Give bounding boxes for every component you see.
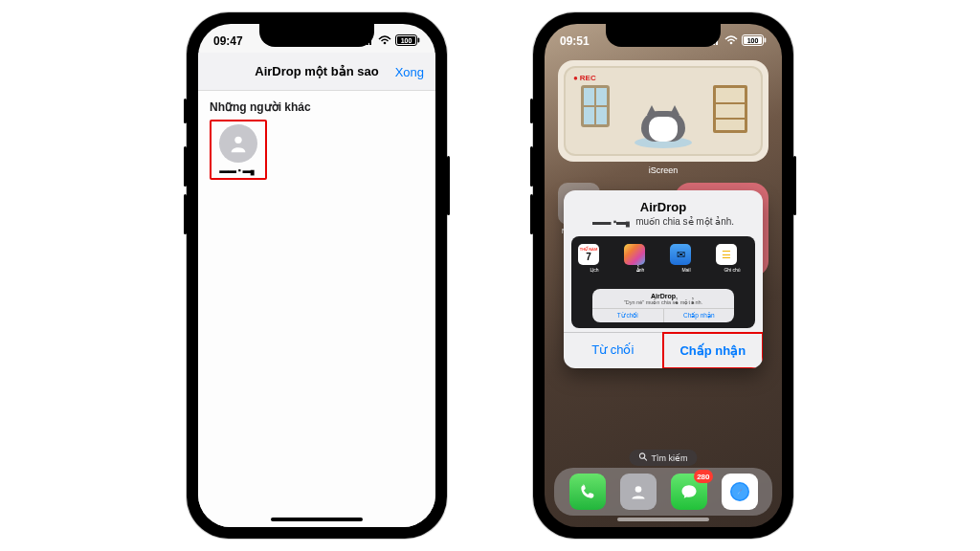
home-indicator[interactable] (617, 518, 709, 521)
search-icon (639, 452, 648, 463)
dock: 280 (554, 468, 772, 516)
wifi-icon (724, 34, 738, 48)
svg-line-20 (644, 458, 646, 460)
phone-left: 09:47 100 AirDrop một bản sao Xong Những… (187, 12, 447, 539)
iscreen-widget[interactable]: REC (558, 60, 768, 162)
airdrop-sheet-header: AirDrop một bản sao Xong (198, 53, 435, 91)
decline-button[interactable]: Từ chối (564, 333, 663, 368)
battery-icon: 100 (395, 34, 420, 49)
phone-right: 09:51 100 REC (533, 12, 793, 539)
svg-text:100: 100 (401, 36, 412, 43)
messages-app-icon[interactable]: 280 (671, 474, 707, 510)
search-label: Tìm kiếm (652, 453, 688, 463)
popup-message: ▬▬ ▪▬▖ muốn chia sẻ một ảnh. (575, 216, 751, 227)
status-time: 09:47 (213, 34, 243, 48)
airdrop-preview-screenshot: THỨ NĂM 7 Lịch Ảnh ✉︎ Mail ☰ (571, 236, 755, 328)
svg-rect-17 (765, 37, 767, 42)
svg-point-4 (384, 42, 387, 45)
battery-icon: 100 (742, 34, 767, 49)
spotlight-search-pill[interactable]: Tìm kiếm (630, 450, 698, 466)
safari-app-icon[interactable] (722, 474, 758, 510)
svg-point-9 (234, 137, 241, 143)
rec-indicator: REC (573, 74, 596, 82)
home-indicator[interactable] (271, 518, 363, 521)
section-other-people: Những người khác (210, 100, 424, 114)
sheet-title: AirDrop một bản sao (255, 64, 378, 78)
accept-button-highlighted[interactable]: Chấp nhận (662, 332, 764, 368)
status-time: 09:51 (560, 34, 590, 48)
widget-caption: iScreen (545, 165, 782, 175)
svg-text:100: 100 (747, 36, 759, 43)
airdrop-contact-highlighted[interactable]: ▬▬ ▪ ▬▖ (210, 120, 267, 180)
airdrop-popup: AirDrop ▬▬ ▪▬▖ muốn chia sẻ một ảnh. THỨ… (564, 190, 763, 368)
phone-app-icon[interactable] (569, 474, 606, 510)
contact-name: ▬▬ ▪ ▬▖ (214, 165, 262, 175)
svg-point-14 (730, 42, 733, 45)
messages-badge: 280 (694, 470, 712, 483)
contacts-app-icon[interactable] (620, 474, 657, 510)
svg-point-21 (635, 486, 641, 493)
popup-title: AirDrop (575, 200, 751, 214)
screen-right: 09:51 100 REC (545, 24, 782, 527)
inner-popup: AirDrop "Dyn nè" muốn chia sẻ một ảnh. T… (592, 289, 734, 322)
cat-illustration (641, 111, 685, 142)
screen-left: 09:47 100 AirDrop một bản sao Xong Những… (198, 24, 435, 527)
window-icon (581, 85, 610, 127)
shelf-icon (713, 85, 747, 133)
popup-sender: ▬▬ ▪▬▖ (592, 216, 634, 227)
wifi-icon (378, 34, 391, 48)
done-button[interactable]: Xong (395, 64, 424, 78)
person-silhouette-icon (219, 124, 257, 163)
svg-rect-7 (418, 37, 420, 42)
